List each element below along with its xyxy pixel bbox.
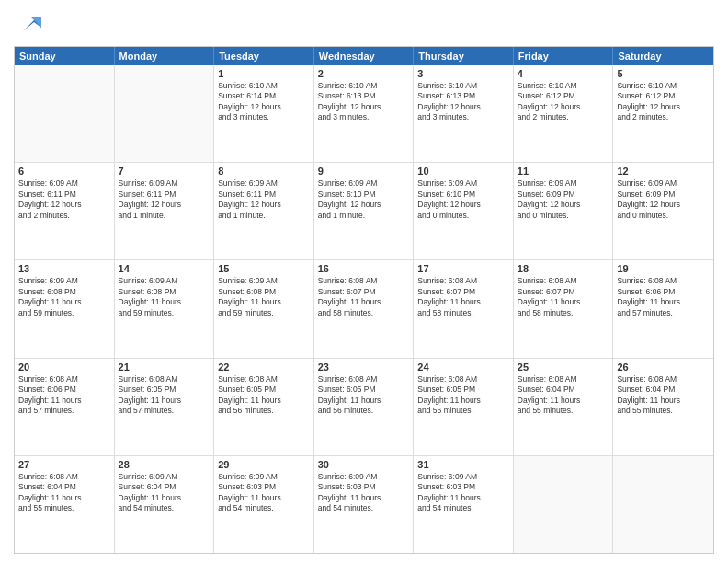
cell-daylight-info: Sunrise: 6:10 AM Sunset: 6:13 PM Dayligh… — [417, 81, 509, 123]
calendar-cell: 22Sunrise: 6:08 AM Sunset: 6:05 PM Dayli… — [214, 359, 314, 455]
calendar-cell: 18Sunrise: 6:08 AM Sunset: 6:07 PM Dayli… — [514, 260, 614, 357]
calendar-cell: 14Sunrise: 6:09 AM Sunset: 6:08 PM Dayli… — [115, 260, 215, 357]
cell-daylight-info: Sunrise: 6:09 AM Sunset: 6:03 PM Dayligh… — [318, 472, 410, 514]
day-number: 9 — [318, 166, 410, 177]
calendar-row-1: 1Sunrise: 6:10 AM Sunset: 6:14 PM Daylig… — [15, 65, 713, 163]
day-number: 12 — [617, 166, 710, 177]
calendar-cell — [115, 65, 215, 162]
cell-daylight-info: Sunrise: 6:10 AM Sunset: 6:13 PM Dayligh… — [318, 81, 410, 123]
day-number: 14 — [119, 263, 210, 274]
day-number: 8 — [218, 166, 310, 177]
cell-daylight-info: Sunrise: 6:08 AM Sunset: 6:07 PM Dayligh… — [417, 276, 509, 318]
cell-daylight-info: Sunrise: 6:09 AM Sunset: 6:09 PM Dayligh… — [617, 178, 710, 221]
cell-daylight-info: Sunrise: 6:08 AM Sunset: 6:05 PM Dayligh… — [218, 374, 310, 417]
day-number: 21 — [119, 362, 210, 373]
calendar-cell — [15, 65, 115, 162]
day-number: 16 — [318, 263, 410, 274]
day-number: 13 — [18, 263, 110, 274]
calendar-cell: 28Sunrise: 6:09 AM Sunset: 6:04 PM Dayli… — [115, 456, 215, 553]
cell-daylight-info: Sunrise: 6:08 AM Sunset: 6:04 PM Dayligh… — [18, 472, 110, 514]
day-number: 23 — [318, 362, 410, 373]
calendar-row-3: 13Sunrise: 6:09 AM Sunset: 6:08 PM Dayli… — [15, 260, 713, 358]
cell-daylight-info: Sunrise: 6:10 AM Sunset: 6:12 PM Dayligh… — [518, 81, 609, 123]
cell-daylight-info: Sunrise: 6:09 AM Sunset: 6:10 PM Dayligh… — [318, 178, 410, 221]
cell-daylight-info: Sunrise: 6:08 AM Sunset: 6:05 PM Dayligh… — [318, 374, 410, 417]
cell-daylight-info: Sunrise: 6:09 AM Sunset: 6:11 PM Dayligh… — [18, 178, 110, 221]
cell-daylight-info: Sunrise: 6:09 AM Sunset: 6:11 PM Dayligh… — [218, 178, 310, 221]
day-number: 5 — [617, 68, 710, 79]
calendar-cell: 15Sunrise: 6:09 AM Sunset: 6:08 PM Dayli… — [214, 260, 314, 357]
calendar-header: SundayMondayTuesdayWednesdayThursdayFrid… — [15, 47, 713, 65]
calendar-cell: 31Sunrise: 6:09 AM Sunset: 6:03 PM Dayli… — [414, 456, 514, 553]
calendar-cell: 12Sunrise: 6:09 AM Sunset: 6:09 PM Dayli… — [613, 163, 713, 259]
calendar: SundayMondayTuesdayWednesdayThursdayFrid… — [14, 46, 714, 554]
cell-daylight-info: Sunrise: 6:10 AM Sunset: 6:14 PM Dayligh… — [218, 81, 310, 123]
cell-daylight-info: Sunrise: 6:09 AM Sunset: 6:08 PM Dayligh… — [218, 276, 310, 318]
day-number: 11 — [518, 166, 609, 177]
weekday-header-sunday: Sunday — [15, 47, 115, 65]
calendar-cell: 21Sunrise: 6:08 AM Sunset: 6:05 PM Dayli… — [115, 359, 215, 455]
cell-daylight-info: Sunrise: 6:09 AM Sunset: 6:03 PM Dayligh… — [218, 472, 310, 514]
day-number: 25 — [518, 362, 609, 373]
logo-icon — [16, 9, 45, 39]
day-number: 30 — [318, 459, 410, 470]
day-number: 7 — [119, 166, 210, 177]
calendar-cell: 29Sunrise: 6:09 AM Sunset: 6:03 PM Dayli… — [214, 456, 314, 553]
cell-daylight-info: Sunrise: 6:08 AM Sunset: 6:05 PM Dayligh… — [417, 374, 509, 417]
calendar-cell: 24Sunrise: 6:08 AM Sunset: 6:05 PM Dayli… — [414, 359, 514, 455]
cell-daylight-info: Sunrise: 6:08 AM Sunset: 6:07 PM Dayligh… — [318, 276, 410, 318]
day-number: 17 — [417, 263, 509, 274]
calendar-cell: 23Sunrise: 6:08 AM Sunset: 6:05 PM Dayli… — [314, 359, 415, 455]
calendar-cell: 10Sunrise: 6:09 AM Sunset: 6:10 PM Dayli… — [414, 163, 514, 259]
day-number: 1 — [218, 68, 310, 79]
calendar-row-5: 27Sunrise: 6:08 AM Sunset: 6:04 PM Dayli… — [15, 456, 713, 553]
cell-daylight-info: Sunrise: 6:10 AM Sunset: 6:12 PM Dayligh… — [617, 81, 710, 123]
day-number: 26 — [617, 362, 710, 373]
calendar-cell: 20Sunrise: 6:08 AM Sunset: 6:06 PM Dayli… — [15, 359, 115, 455]
calendar-cell: 7Sunrise: 6:09 AM Sunset: 6:11 PM Daylig… — [115, 163, 215, 259]
calendar-cell: 5Sunrise: 6:10 AM Sunset: 6:12 PM Daylig… — [613, 65, 713, 162]
day-number: 27 — [18, 459, 110, 470]
page: SundayMondayTuesdayWednesdayThursdayFrid… — [0, 0, 728, 563]
weekday-header-wednesday: Wednesday — [314, 47, 415, 65]
calendar-cell: 1Sunrise: 6:10 AM Sunset: 6:14 PM Daylig… — [214, 65, 314, 162]
day-number: 19 — [617, 263, 710, 274]
calendar-cell: 6Sunrise: 6:09 AM Sunset: 6:11 PM Daylig… — [15, 163, 115, 259]
calendar-body: 1Sunrise: 6:10 AM Sunset: 6:14 PM Daylig… — [15, 65, 713, 553]
cell-daylight-info: Sunrise: 6:08 AM Sunset: 6:06 PM Dayligh… — [617, 276, 710, 318]
day-number: 6 — [18, 166, 110, 177]
day-number: 4 — [518, 68, 609, 79]
weekday-header-saturday: Saturday — [613, 47, 713, 65]
calendar-cell: 3Sunrise: 6:10 AM Sunset: 6:13 PM Daylig… — [414, 65, 514, 162]
calendar-cell: 9Sunrise: 6:09 AM Sunset: 6:10 PM Daylig… — [314, 163, 415, 259]
calendar-cell: 19Sunrise: 6:08 AM Sunset: 6:06 PM Dayli… — [613, 260, 713, 357]
cell-daylight-info: Sunrise: 6:08 AM Sunset: 6:04 PM Dayligh… — [617, 374, 710, 417]
day-number: 31 — [417, 459, 509, 470]
calendar-cell — [613, 456, 713, 553]
calendar-cell: 2Sunrise: 6:10 AM Sunset: 6:13 PM Daylig… — [314, 65, 415, 162]
cell-daylight-info: Sunrise: 6:09 AM Sunset: 6:11 PM Dayligh… — [119, 178, 210, 221]
cell-daylight-info: Sunrise: 6:08 AM Sunset: 6:05 PM Dayligh… — [119, 374, 210, 417]
day-number: 15 — [218, 263, 310, 274]
day-number: 20 — [18, 362, 110, 373]
weekday-header-friday: Friday — [514, 47, 614, 65]
cell-daylight-info: Sunrise: 6:08 AM Sunset: 6:04 PM Dayligh… — [518, 374, 609, 417]
day-number: 10 — [417, 166, 509, 177]
day-number: 2 — [318, 68, 410, 79]
calendar-row-4: 20Sunrise: 6:08 AM Sunset: 6:06 PM Dayli… — [15, 359, 713, 456]
cell-daylight-info: Sunrise: 6:09 AM Sunset: 6:10 PM Dayligh… — [417, 178, 509, 221]
weekday-header-monday: Monday — [115, 47, 215, 65]
day-number: 28 — [119, 459, 210, 470]
calendar-cell: 8Sunrise: 6:09 AM Sunset: 6:11 PM Daylig… — [214, 163, 314, 259]
cell-daylight-info: Sunrise: 6:09 AM Sunset: 6:09 PM Dayligh… — [518, 178, 609, 221]
calendar-cell: 30Sunrise: 6:09 AM Sunset: 6:03 PM Dayli… — [314, 456, 415, 553]
weekday-header-tuesday: Tuesday — [214, 47, 314, 65]
day-number: 22 — [218, 362, 310, 373]
cell-daylight-info: Sunrise: 6:09 AM Sunset: 6:08 PM Dayligh… — [119, 276, 210, 318]
logo — [14, 9, 45, 39]
weekday-header-thursday: Thursday — [414, 47, 514, 65]
calendar-cell — [514, 456, 614, 553]
calendar-cell: 27Sunrise: 6:08 AM Sunset: 6:04 PM Dayli… — [15, 456, 115, 553]
cell-daylight-info: Sunrise: 6:09 AM Sunset: 6:03 PM Dayligh… — [417, 472, 509, 514]
cell-daylight-info: Sunrise: 6:09 AM Sunset: 6:08 PM Dayligh… — [18, 276, 110, 318]
